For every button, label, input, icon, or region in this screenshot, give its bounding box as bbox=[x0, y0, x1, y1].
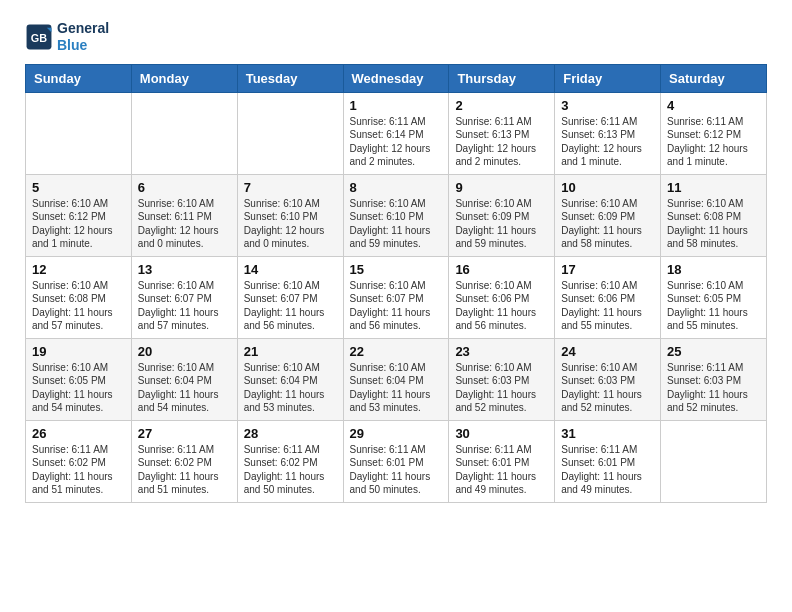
day-number: 5 bbox=[32, 180, 125, 195]
day-number: 6 bbox=[138, 180, 231, 195]
calendar-cell: 13Sunrise: 6:10 AM Sunset: 6:07 PM Dayli… bbox=[131, 256, 237, 338]
calendar-cell: 29Sunrise: 6:11 AM Sunset: 6:01 PM Dayli… bbox=[343, 420, 449, 502]
day-info: Sunrise: 6:10 AM Sunset: 6:09 PM Dayligh… bbox=[561, 197, 654, 251]
day-info: Sunrise: 6:10 AM Sunset: 6:10 PM Dayligh… bbox=[244, 197, 337, 251]
weekday-header-sunday: Sunday bbox=[26, 64, 132, 92]
weekday-header-saturday: Saturday bbox=[661, 64, 767, 92]
day-info: Sunrise: 6:11 AM Sunset: 6:14 PM Dayligh… bbox=[350, 115, 443, 169]
day-info: Sunrise: 6:11 AM Sunset: 6:13 PM Dayligh… bbox=[455, 115, 548, 169]
day-info: Sunrise: 6:11 AM Sunset: 6:01 PM Dayligh… bbox=[350, 443, 443, 497]
day-info: Sunrise: 6:10 AM Sunset: 6:07 PM Dayligh… bbox=[350, 279, 443, 333]
day-info: Sunrise: 6:11 AM Sunset: 6:01 PM Dayligh… bbox=[455, 443, 548, 497]
calendar-cell bbox=[661, 420, 767, 502]
day-info: Sunrise: 6:10 AM Sunset: 6:04 PM Dayligh… bbox=[350, 361, 443, 415]
calendar-cell: 19Sunrise: 6:10 AM Sunset: 6:05 PM Dayli… bbox=[26, 338, 132, 420]
day-number: 30 bbox=[455, 426, 548, 441]
day-number: 26 bbox=[32, 426, 125, 441]
calendar-cell: 14Sunrise: 6:10 AM Sunset: 6:07 PM Dayli… bbox=[237, 256, 343, 338]
day-number: 7 bbox=[244, 180, 337, 195]
day-number: 18 bbox=[667, 262, 760, 277]
day-number: 22 bbox=[350, 344, 443, 359]
day-info: Sunrise: 6:10 AM Sunset: 6:03 PM Dayligh… bbox=[455, 361, 548, 415]
day-info: Sunrise: 6:10 AM Sunset: 6:09 PM Dayligh… bbox=[455, 197, 548, 251]
day-number: 2 bbox=[455, 98, 548, 113]
day-info: Sunrise: 6:11 AM Sunset: 6:02 PM Dayligh… bbox=[32, 443, 125, 497]
day-info: Sunrise: 6:11 AM Sunset: 6:02 PM Dayligh… bbox=[138, 443, 231, 497]
day-number: 11 bbox=[667, 180, 760, 195]
calendar-cell bbox=[237, 92, 343, 174]
day-info: Sunrise: 6:10 AM Sunset: 6:05 PM Dayligh… bbox=[667, 279, 760, 333]
weekday-header-row: SundayMondayTuesdayWednesdayThursdayFrid… bbox=[26, 64, 767, 92]
calendar-week-0: 1Sunrise: 6:11 AM Sunset: 6:14 PM Daylig… bbox=[26, 92, 767, 174]
calendar-cell bbox=[26, 92, 132, 174]
calendar-cell: 15Sunrise: 6:10 AM Sunset: 6:07 PM Dayli… bbox=[343, 256, 449, 338]
day-info: Sunrise: 6:10 AM Sunset: 6:08 PM Dayligh… bbox=[667, 197, 760, 251]
day-info: Sunrise: 6:11 AM Sunset: 6:12 PM Dayligh… bbox=[667, 115, 760, 169]
calendar-cell: 16Sunrise: 6:10 AM Sunset: 6:06 PM Dayli… bbox=[449, 256, 555, 338]
calendar-cell: 8Sunrise: 6:10 AM Sunset: 6:10 PM Daylig… bbox=[343, 174, 449, 256]
calendar-cell: 22Sunrise: 6:10 AM Sunset: 6:04 PM Dayli… bbox=[343, 338, 449, 420]
day-number: 1 bbox=[350, 98, 443, 113]
day-number: 14 bbox=[244, 262, 337, 277]
day-info: Sunrise: 6:10 AM Sunset: 6:07 PM Dayligh… bbox=[244, 279, 337, 333]
day-number: 13 bbox=[138, 262, 231, 277]
calendar-cell: 21Sunrise: 6:10 AM Sunset: 6:04 PM Dayli… bbox=[237, 338, 343, 420]
calendar-cell: 2Sunrise: 6:11 AM Sunset: 6:13 PM Daylig… bbox=[449, 92, 555, 174]
day-info: Sunrise: 6:11 AM Sunset: 6:03 PM Dayligh… bbox=[667, 361, 760, 415]
day-info: Sunrise: 6:10 AM Sunset: 6:03 PM Dayligh… bbox=[561, 361, 654, 415]
day-number: 20 bbox=[138, 344, 231, 359]
day-number: 27 bbox=[138, 426, 231, 441]
day-info: Sunrise: 6:10 AM Sunset: 6:04 PM Dayligh… bbox=[244, 361, 337, 415]
calendar-cell: 4Sunrise: 6:11 AM Sunset: 6:12 PM Daylig… bbox=[661, 92, 767, 174]
calendar-cell: 20Sunrise: 6:10 AM Sunset: 6:04 PM Dayli… bbox=[131, 338, 237, 420]
day-number: 8 bbox=[350, 180, 443, 195]
logo: GB General Blue bbox=[25, 20, 109, 54]
calendar-week-1: 5Sunrise: 6:10 AM Sunset: 6:12 PM Daylig… bbox=[26, 174, 767, 256]
calendar-week-2: 12Sunrise: 6:10 AM Sunset: 6:08 PM Dayli… bbox=[26, 256, 767, 338]
calendar-cell: 9Sunrise: 6:10 AM Sunset: 6:09 PM Daylig… bbox=[449, 174, 555, 256]
day-info: Sunrise: 6:10 AM Sunset: 6:08 PM Dayligh… bbox=[32, 279, 125, 333]
day-info: Sunrise: 6:10 AM Sunset: 6:10 PM Dayligh… bbox=[350, 197, 443, 251]
calendar-cell: 26Sunrise: 6:11 AM Sunset: 6:02 PM Dayli… bbox=[26, 420, 132, 502]
day-info: Sunrise: 6:10 AM Sunset: 6:11 PM Dayligh… bbox=[138, 197, 231, 251]
calendar-cell: 10Sunrise: 6:10 AM Sunset: 6:09 PM Dayli… bbox=[555, 174, 661, 256]
weekday-header-friday: Friday bbox=[555, 64, 661, 92]
day-info: Sunrise: 6:10 AM Sunset: 6:04 PM Dayligh… bbox=[138, 361, 231, 415]
calendar-week-3: 19Sunrise: 6:10 AM Sunset: 6:05 PM Dayli… bbox=[26, 338, 767, 420]
calendar-header: SundayMondayTuesdayWednesdayThursdayFrid… bbox=[26, 64, 767, 92]
calendar-cell: 27Sunrise: 6:11 AM Sunset: 6:02 PM Dayli… bbox=[131, 420, 237, 502]
calendar-cell bbox=[131, 92, 237, 174]
day-info: Sunrise: 6:10 AM Sunset: 6:06 PM Dayligh… bbox=[455, 279, 548, 333]
day-info: Sunrise: 6:11 AM Sunset: 6:01 PM Dayligh… bbox=[561, 443, 654, 497]
calendar-cell: 17Sunrise: 6:10 AM Sunset: 6:06 PM Dayli… bbox=[555, 256, 661, 338]
calendar-cell: 1Sunrise: 6:11 AM Sunset: 6:14 PM Daylig… bbox=[343, 92, 449, 174]
day-number: 29 bbox=[350, 426, 443, 441]
calendar-cell: 25Sunrise: 6:11 AM Sunset: 6:03 PM Dayli… bbox=[661, 338, 767, 420]
calendar-cell: 28Sunrise: 6:11 AM Sunset: 6:02 PM Dayli… bbox=[237, 420, 343, 502]
day-info: Sunrise: 6:10 AM Sunset: 6:05 PM Dayligh… bbox=[32, 361, 125, 415]
calendar-cell: 5Sunrise: 6:10 AM Sunset: 6:12 PM Daylig… bbox=[26, 174, 132, 256]
weekday-header-wednesday: Wednesday bbox=[343, 64, 449, 92]
calendar-cell: 11Sunrise: 6:10 AM Sunset: 6:08 PM Dayli… bbox=[661, 174, 767, 256]
logo-text: General Blue bbox=[57, 20, 109, 54]
calendar-week-4: 26Sunrise: 6:11 AM Sunset: 6:02 PM Dayli… bbox=[26, 420, 767, 502]
calendar-cell: 23Sunrise: 6:10 AM Sunset: 6:03 PM Dayli… bbox=[449, 338, 555, 420]
day-info: Sunrise: 6:10 AM Sunset: 6:12 PM Dayligh… bbox=[32, 197, 125, 251]
calendar-cell: 30Sunrise: 6:11 AM Sunset: 6:01 PM Dayli… bbox=[449, 420, 555, 502]
day-number: 9 bbox=[455, 180, 548, 195]
day-number: 15 bbox=[350, 262, 443, 277]
calendar-cell: 3Sunrise: 6:11 AM Sunset: 6:13 PM Daylig… bbox=[555, 92, 661, 174]
calendar-cell: 18Sunrise: 6:10 AM Sunset: 6:05 PM Dayli… bbox=[661, 256, 767, 338]
day-number: 21 bbox=[244, 344, 337, 359]
day-number: 23 bbox=[455, 344, 548, 359]
day-number: 3 bbox=[561, 98, 654, 113]
day-number: 16 bbox=[455, 262, 548, 277]
weekday-header-thursday: Thursday bbox=[449, 64, 555, 92]
calendar-cell: 6Sunrise: 6:10 AM Sunset: 6:11 PM Daylig… bbox=[131, 174, 237, 256]
calendar-body: 1Sunrise: 6:11 AM Sunset: 6:14 PM Daylig… bbox=[26, 92, 767, 502]
day-number: 28 bbox=[244, 426, 337, 441]
day-number: 10 bbox=[561, 180, 654, 195]
day-number: 19 bbox=[32, 344, 125, 359]
day-number: 12 bbox=[32, 262, 125, 277]
calendar-table: SundayMondayTuesdayWednesdayThursdayFrid… bbox=[25, 64, 767, 503]
